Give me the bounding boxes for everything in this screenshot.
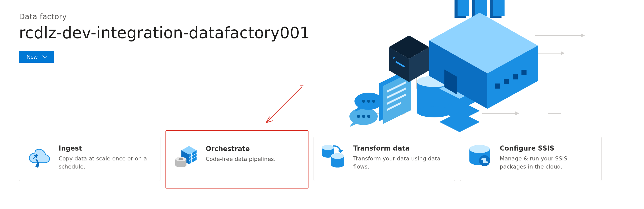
card-orchestrate[interactable]: Orchestrate Code-free data pipelines.: [165, 130, 308, 189]
database-transform-icon: [322, 144, 346, 169]
card-ssis[interactable]: Configure SSIS Manage & run your SSIS pa…: [460, 137, 602, 181]
svg-line-11: [387, 88, 406, 97]
svg-point-4: [354, 93, 383, 110]
annotation-arrow: [261, 85, 304, 128]
svg-rect-30: [444, 70, 457, 95]
chevron-down-icon: [42, 55, 47, 58]
svg-line-31: [266, 87, 302, 123]
svg-point-2: [362, 115, 365, 118]
card-transform[interactable]: Transform data Transform your data using…: [314, 137, 455, 181]
svg-rect-29: [521, 70, 527, 75]
new-button[interactable]: New: [19, 51, 54, 63]
svg-point-7: [372, 100, 375, 103]
cube-grid-icon: [174, 145, 199, 169]
card-ingest[interactable]: Ingest Copy data at scale once or on a s…: [19, 137, 160, 181]
svg-rect-9: [383, 72, 411, 124]
card-description: Transform your data using data flows.: [353, 155, 447, 171]
svg-point-45: [322, 145, 334, 150]
card-description: Manage & run your SSIS packages in the c…: [500, 155, 593, 171]
svg-point-5: [362, 100, 365, 103]
new-button-label: New: [27, 54, 38, 60]
svg-point-49: [331, 153, 344, 159]
card-title: Orchestrate: [206, 145, 300, 153]
cloud-upload-icon: [27, 144, 52, 169]
card-title: Transform data: [353, 144, 447, 152]
database-ssis-icon: [468, 144, 493, 169]
card-description: Code-free data pipelines.: [206, 155, 300, 163]
card-title: Ingest: [59, 144, 152, 152]
resource-type-label: Data factory: [19, 12, 644, 21]
svg-point-3: [367, 115, 370, 118]
svg-point-1: [357, 115, 360, 118]
svg-point-41: [178, 158, 183, 160]
action-cards: Ingest Copy data at scale once or on a s…: [19, 137, 602, 189]
card-title: Configure SSIS: [500, 144, 593, 152]
svg-line-10: [387, 82, 406, 91]
svg-point-39: [175, 163, 186, 167]
svg-point-6: [367, 100, 370, 103]
svg-rect-26: [495, 83, 500, 89]
svg-point-16: [417, 76, 452, 87]
svg-line-12: [387, 94, 406, 103]
card-description: Copy data at scale once or on a schedule…: [59, 155, 152, 171]
svg-point-48: [331, 162, 344, 168]
svg-rect-17: [417, 81, 452, 112]
resource-name-title: rcdlz-dev-integration-datafactory001: [19, 24, 644, 42]
svg-point-0: [349, 108, 378, 125]
svg-rect-28: [513, 74, 518, 79]
svg-rect-27: [504, 79, 509, 84]
page-header: Data factory rcdlz-dev-integration-dataf…: [0, 0, 644, 63]
svg-line-13: [387, 103, 401, 110]
svg-point-53: [469, 145, 490, 153]
svg-point-19: [417, 76, 452, 87]
svg-rect-8: [379, 70, 407, 121]
svg-point-18: [417, 106, 452, 117]
